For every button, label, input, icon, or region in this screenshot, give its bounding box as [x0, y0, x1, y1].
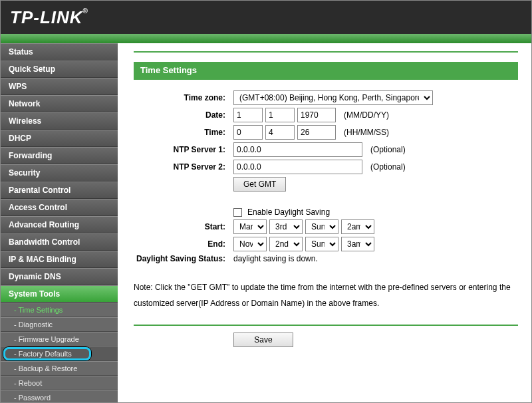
ntp1-hint: (Optional): [370, 145, 406, 154]
row-ntp2: NTP Server 2: (Optional): [134, 160, 518, 174]
label-start: Start:: [134, 222, 233, 231]
sidebar-sub-diagnostic[interactable]: - Diagnostic: [1, 317, 118, 332]
header: TP-LINK®: [1, 1, 531, 43]
label-ntp2: NTP Server 2:: [134, 162, 233, 172]
row-time: Time: (HH/MM/SS): [134, 125, 518, 140]
sidebar-item-ipmac[interactable]: IP & MAC Binding: [1, 251, 118, 268]
sidebar-item-security[interactable]: Security: [1, 164, 118, 182]
time-hint: (HH/MM/SS): [344, 128, 389, 137]
panel-title: Time Settings: [134, 62, 518, 78]
label-dss: Daylight Saving Status:: [134, 254, 233, 263]
time-hour-input[interactable]: [233, 125, 263, 140]
label-end: End:: [134, 239, 233, 249]
date-year-input[interactable]: [297, 108, 336, 122]
sidebar-sub-factory-defaults[interactable]: - Factory Defaults: [1, 346, 118, 361]
row-end: End: Nov 2nd Sun 3am: [134, 237, 518, 251]
sidebar-item-routing[interactable]: Advanced Routing: [1, 216, 118, 233]
timezone-select[interactable]: (GMT+08:00) Beijing, Hong Kong, Perth, S…: [233, 90, 433, 105]
sidebar: Status Quick Setup WPS Network Wireless …: [1, 43, 118, 403]
sidebar-sub-backup[interactable]: - Backup & Restore: [1, 361, 118, 376]
start-hour-select[interactable]: 2am: [341, 219, 374, 234]
sidebar-item-ddns[interactable]: Dynamic DNS: [1, 268, 118, 285]
row-ntp1: NTP Server 1: (Optional): [134, 142, 518, 157]
sidebar-item-wps[interactable]: WPS: [1, 78, 118, 95]
sidebar-item-system-tools[interactable]: System Tools: [1, 285, 118, 303]
end-day-select[interactable]: Sun: [305, 237, 338, 251]
logo: TP-LINK®: [10, 7, 88, 28]
sidebar-sub-label: - Factory Defaults: [14, 350, 72, 358]
time-sec-input[interactable]: [297, 125, 336, 140]
content: Time Settings Time zone: (GMT+08:00) Bei…: [118, 43, 531, 403]
ntp2-hint: (Optional): [370, 162, 406, 172]
row-timezone: Time zone: (GMT+08:00) Beijing, Hong Kon…: [134, 90, 518, 105]
label-date: Date:: [134, 110, 233, 120]
sidebar-item-access[interactable]: Access Control: [1, 199, 118, 216]
sidebar-item-parental[interactable]: Parental Control: [1, 182, 118, 199]
date-hint: (MM/DD/YY): [344, 110, 389, 120]
date-month-input[interactable]: [233, 108, 263, 122]
end-ordinal-select[interactable]: 2nd: [269, 237, 303, 251]
row-daylight-checkbox: Enable Daylight Saving: [134, 207, 518, 217]
sidebar-item-quick-setup[interactable]: Quick Setup: [1, 61, 118, 78]
get-gmt-button[interactable]: Get GMT: [233, 177, 286, 192]
sidebar-sub-firmware[interactable]: - Firmware Upgrade: [1, 332, 118, 346]
sidebar-item-status[interactable]: Status: [1, 43, 118, 61]
start-ordinal-select[interactable]: 3rd: [269, 219, 303, 234]
sidebar-item-bandwidth[interactable]: Bandwidth Control: [1, 233, 118, 251]
dss-value: daylight saving is down.: [233, 254, 318, 263]
sidebar-sub-password[interactable]: - Password: [1, 390, 118, 403]
start-month-select[interactable]: Mar: [233, 219, 267, 234]
sidebar-sub-reboot[interactable]: - Reboot: [1, 376, 118, 390]
start-day-select[interactable]: Sun: [305, 219, 338, 234]
row-start: Start: Mar 3rd Sun 2am: [134, 219, 518, 234]
sidebar-sub-time-settings[interactable]: - Time Settings: [1, 303, 118, 317]
panel-title-line: [134, 78, 518, 80]
panel-title-wrap: Time Settings: [134, 62, 518, 78]
header-accent: [1, 34, 531, 43]
daylight-checkbox-label: Enable Daylight Saving: [247, 207, 330, 217]
end-month-select[interactable]: Nov: [233, 237, 267, 251]
label-ntp1: NTP Server 1:: [134, 145, 233, 154]
save-row: Save: [134, 325, 518, 347]
row-date: Date: (MM/DD/YY): [134, 108, 518, 122]
note-text: Note: Click the "GET GMT" to update the …: [134, 279, 518, 311]
time-min-input[interactable]: [265, 125, 295, 140]
top-sep: [134, 51, 518, 53]
ntp2-input[interactable]: [233, 160, 362, 174]
sidebar-item-forwarding[interactable]: Forwarding: [1, 147, 118, 164]
row-dss: Daylight Saving Status: daylight saving …: [134, 254, 518, 263]
sidebar-item-dhcp[interactable]: DHCP: [1, 130, 118, 147]
label-time: Time:: [134, 128, 233, 137]
daylight-checkbox[interactable]: [233, 208, 242, 217]
date-day-input[interactable]: [265, 108, 295, 122]
main: Status Quick Setup WPS Network Wireless …: [1, 43, 531, 403]
label-timezone: Time zone:: [134, 93, 233, 102]
ntp1-input[interactable]: [233, 142, 362, 157]
sidebar-item-network[interactable]: Network: [1, 95, 118, 112]
save-button[interactable]: Save: [233, 333, 293, 347]
header-dark: TP-LINK®: [1, 1, 531, 34]
row-getgmt: Get GMT: [134, 177, 518, 192]
end-hour-select[interactable]: 3am: [341, 237, 374, 251]
sidebar-item-wireless[interactable]: Wireless: [1, 112, 118, 130]
